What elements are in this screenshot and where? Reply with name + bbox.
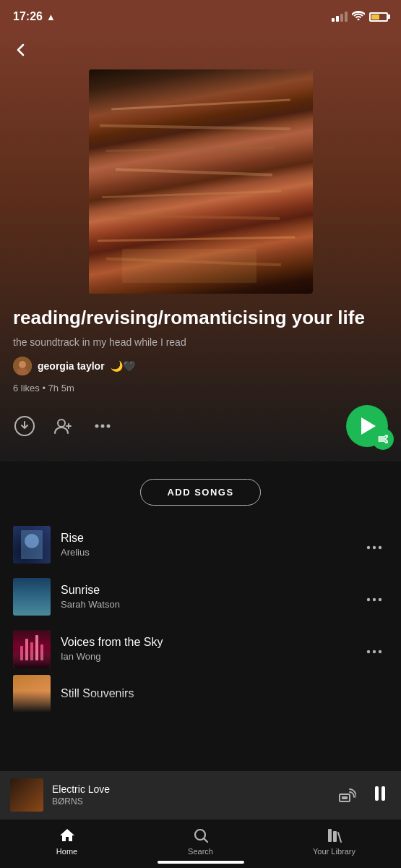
hero-section: reading/revising/romanticising your life… (0, 32, 401, 461)
controls-left (13, 414, 114, 438)
svg-point-5 (95, 425, 99, 428)
svg-point-11 (367, 597, 370, 600)
track-item[interactable]: Voices from the Sky Ian Wong (0, 623, 401, 675)
svg-point-8 (367, 545, 370, 548)
svg-point-13 (379, 597, 381, 600)
svg-rect-18 (342, 796, 348, 799)
battery-icon (369, 12, 388, 22)
library-icon (326, 827, 343, 844)
track-info: Rise Arelius (61, 532, 350, 558)
track-item[interactable]: Rise Arelius (0, 519, 401, 571)
now-playing-thumbnail (10, 778, 43, 812)
track-more-button[interactable] (361, 534, 388, 556)
track-artist: Ian Wong (61, 651, 350, 662)
svg-point-15 (373, 650, 376, 652)
nav-search[interactable]: Search (134, 827, 267, 856)
nav-search-label: Search (188, 847, 213, 856)
now-playing-title: Electric Love (52, 783, 329, 795)
album-art-container (0, 69, 401, 307)
playlist-description: the soundtrack in my head while I read (0, 336, 401, 357)
svg-rect-20 (381, 786, 385, 801)
add-songs-container: ADD SONGS (0, 461, 401, 511)
now-playing-controls (337, 783, 391, 807)
track-info: Voices from the Sky Ian Wong (61, 636, 350, 662)
status-time: 17:26 (13, 10, 43, 23)
svg-point-16 (379, 650, 381, 652)
playlist-title: reading/revising/romanticising your life (0, 307, 401, 336)
track-thumbnail (13, 526, 51, 563)
album-art (89, 69, 313, 294)
svg-rect-23 (333, 831, 337, 842)
svg-point-9 (373, 545, 376, 548)
status-bar: 17:26 ▲ (0, 0, 401, 32)
battery-fill (371, 14, 379, 20)
track-name: Sunrise (61, 584, 350, 597)
download-button[interactable] (13, 414, 36, 438)
svg-point-10 (379, 545, 381, 548)
signal-bars (332, 12, 348, 22)
svg-rect-22 (328, 829, 332, 842)
pause-button[interactable] (369, 783, 391, 807)
now-playing-artist: BØRNS (52, 796, 329, 807)
shuffle-button[interactable] (372, 428, 394, 450)
svg-point-6 (101, 425, 105, 428)
nav-library-label: Your Library (313, 847, 355, 856)
track-artist: Sarah Watson (61, 599, 350, 610)
author-name: georgia taylor (38, 360, 105, 372)
status-icons (332, 10, 388, 23)
track-name: Rise (61, 532, 350, 545)
track-item-partial[interactable]: Still Souvenirs (0, 675, 401, 712)
location-icon: ▲ (46, 12, 56, 22)
svg-point-4 (58, 420, 65, 427)
controls-row (0, 405, 401, 447)
svg-point-2 (17, 368, 28, 375)
svg-point-1 (19, 361, 26, 368)
cast-button[interactable] (337, 784, 356, 806)
add-to-library-button[interactable] (52, 414, 75, 438)
nav-home[interactable]: Home (0, 827, 134, 856)
home-icon (59, 827, 76, 844)
track-thumbnail (13, 675, 51, 712)
playlist-meta: 6 likes • 7h 5m (0, 383, 401, 405)
svg-point-12 (373, 597, 376, 600)
controls-right (346, 405, 388, 447)
track-artist: Arelius (61, 547, 350, 558)
author-emojis: 🌙🖤 (111, 360, 135, 372)
track-info: Sunrise Sarah Watson (61, 584, 350, 610)
track-list: Rise Arelius Sunrise Sarah Watson (0, 511, 401, 720)
nav-home-label: Home (56, 847, 77, 856)
author-row: georgia taylor 🌙🖤 (0, 357, 401, 383)
search-icon (192, 827, 210, 844)
add-songs-button[interactable]: ADD SONGS (140, 479, 260, 506)
track-name: Still Souvenirs (61, 687, 388, 700)
more-options-button[interactable] (91, 414, 114, 438)
now-playing-bar[interactable]: Electric Love BØRNS (0, 771, 401, 819)
track-more-button[interactable] (361, 638, 388, 660)
track-thumbnail (13, 578, 51, 616)
now-playing-info: Electric Love BØRNS (52, 783, 329, 807)
track-name: Voices from the Sky (61, 636, 350, 649)
svg-point-14 (367, 650, 370, 652)
track-item[interactable]: Sunrise Sarah Watson (0, 571, 401, 623)
wifi-icon (352, 10, 365, 23)
svg-rect-19 (375, 786, 379, 801)
svg-point-7 (107, 425, 111, 428)
home-indicator (158, 861, 244, 864)
nav-library[interactable]: Your Library (267, 827, 401, 856)
track-more-button[interactable] (361, 586, 388, 608)
author-avatar (13, 357, 32, 375)
track-info: Still Souvenirs (61, 687, 388, 700)
track-thumbnail (13, 630, 51, 668)
back-button[interactable] (0, 32, 42, 69)
